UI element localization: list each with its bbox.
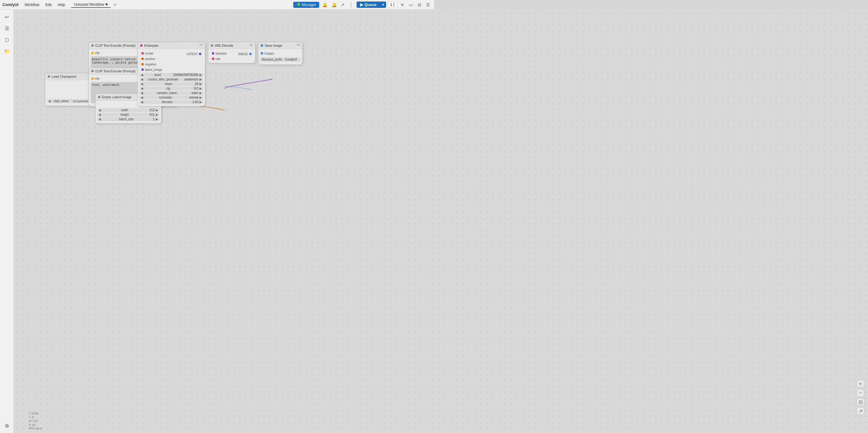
steps-value: 20 xyxy=(195,82,198,86)
input-vae: vae xyxy=(210,56,229,61)
sampler-next[interactable]: ▶ xyxy=(199,91,202,95)
seed-next[interactable]: ▶ xyxy=(199,73,202,76)
tab-label: Unsaved Workflow xyxy=(74,2,104,7)
menu-edit[interactable]: Edit xyxy=(43,2,54,7)
seed-param: ◀ seed 156680208700286 ▶ xyxy=(140,73,203,77)
share-icon[interactable]: ↗ xyxy=(340,2,346,8)
node-body: samples vae IMAGE xyxy=(208,49,255,63)
width-label: width xyxy=(101,109,148,112)
queue-dropdown[interactable]: ▾ xyxy=(380,1,386,8)
notification-icon-1[interactable]: 🔔 xyxy=(321,2,329,8)
menu-help[interactable]: Help xyxy=(55,2,67,7)
input-clip-port[interactable] xyxy=(91,78,94,80)
node-title: VAE Decode xyxy=(215,44,233,47)
node-title: Empty Latent Image xyxy=(102,95,131,99)
height-value: 512 xyxy=(150,113,155,116)
play-icon: ▶ xyxy=(360,2,363,7)
batch-next-arrow[interactable]: ▶ xyxy=(156,118,158,121)
node-ksampler: KSampler #3 model positive negative xyxy=(137,42,205,106)
scheduler-next[interactable]: ▶ xyxy=(199,96,202,99)
ctrl-prev[interactable]: ◀ xyxy=(141,78,143,81)
input-samples: samples xyxy=(210,51,229,56)
latent-port[interactable] xyxy=(141,68,144,71)
output-latent-port[interactable] xyxy=(199,53,201,55)
connections-overlay xyxy=(14,10,434,216)
cfg-prev[interactable]: ◀ xyxy=(141,87,143,90)
width-next-arrow[interactable]: ▶ xyxy=(156,109,158,112)
notification-icon-2[interactable]: 🔔 xyxy=(330,2,338,8)
scheduler-prev[interactable]: ◀ xyxy=(141,96,143,99)
sidebar-history-button[interactable]: ↩ xyxy=(2,12,12,22)
maximize-button[interactable]: ▭ xyxy=(407,2,414,8)
manager-button[interactable]: 🧩 Manager xyxy=(293,2,319,8)
height-param: ◀ height 512 ▶ xyxy=(97,113,159,117)
cfg-next[interactable]: ▶ xyxy=(199,87,202,90)
tab-unsaved-workflow[interactable]: Unsaved Workflow xyxy=(71,2,111,8)
height-prev-arrow[interactable]: ◀ xyxy=(98,113,101,116)
add-tab-button[interactable]: + xyxy=(112,2,118,7)
topbar: ComfyUI Workflow Edit Help Unsaved Workf… xyxy=(0,0,434,10)
node-body: model positive negative latent_image xyxy=(138,49,205,106)
width-value: 512 xyxy=(150,109,155,112)
input-clip-port[interactable] xyxy=(91,52,94,54)
batch-prev-arrow[interactable]: ◀ xyxy=(98,118,101,121)
sampler-prev[interactable]: ◀ xyxy=(141,91,143,95)
node-id: #8 xyxy=(250,43,253,47)
output-latent: LATENT xyxy=(184,51,204,57)
height-next-arrow[interactable]: ▶ xyxy=(156,113,158,116)
steps-next[interactable]: ▶ xyxy=(199,82,202,86)
menu-workflow[interactable]: Workflow xyxy=(22,2,41,7)
denoise-value: 1.00 xyxy=(193,100,198,104)
node-body: images filename_prefix ComfyUI xyxy=(258,49,302,64)
menu-lines-icon[interactable]: ☰ xyxy=(425,2,432,8)
input-images: images xyxy=(258,51,302,56)
node-save-image-header: Save Image #9 xyxy=(258,42,302,49)
node-title: KSampler xyxy=(144,44,158,47)
output-image-port[interactable] xyxy=(249,53,252,55)
filename-prefix-value[interactable]: ComfyUI xyxy=(284,58,298,61)
batch-label: batch_size xyxy=(101,118,152,121)
node-canvas[interactable]: Load Checkpoint #4 MODEL CLIP VAE ◀ ckpt… xyxy=(14,10,434,216)
tab-modified-dot xyxy=(105,3,107,5)
puzzle-icon: 🧩 xyxy=(296,3,301,7)
filename-prefix-key: filename_prefix xyxy=(261,58,283,61)
sidebar-queue-button[interactable]: ☰ xyxy=(2,24,12,33)
denoise-next[interactable]: ▶ xyxy=(199,100,202,104)
queue-button[interactable]: ▶ Queue xyxy=(356,1,380,8)
negative-port[interactable] xyxy=(141,63,144,65)
cfg-param: ◀ cfg 8.0 ▶ xyxy=(140,87,203,90)
model-port[interactable] xyxy=(141,52,144,55)
node-status-dot xyxy=(91,44,94,47)
width-prev-arrow[interactable]: ◀ xyxy=(98,109,101,112)
samples-port[interactable] xyxy=(212,52,214,55)
width-param: ◀ width 512 ▶ xyxy=(97,108,159,112)
ctrl-next[interactable]: ▶ xyxy=(199,78,202,81)
close-button[interactable]: ✕ xyxy=(399,2,406,8)
queue-count: 1 ▲ ▼ xyxy=(388,2,397,8)
ckpt-name-key: ckpt_name xyxy=(51,99,72,103)
images-port[interactable] xyxy=(261,52,263,55)
restore-button[interactable]: ⊟ xyxy=(416,2,423,8)
input-clip-label: clip xyxy=(95,51,99,55)
ctrl-value: randomize xyxy=(184,78,198,81)
steps-prev[interactable]: ◀ xyxy=(141,82,143,86)
denoise-prev[interactable]: ◀ xyxy=(141,100,143,104)
node-title: Save Image xyxy=(265,44,282,47)
sampler-param: ◀ sampler_name euler ▶ xyxy=(140,91,203,95)
node-status-dot xyxy=(91,70,94,72)
sampler-value: euler xyxy=(192,91,198,95)
more-menu-button[interactable]: ⋮ xyxy=(347,1,355,8)
steps-param: ◀ steps 20 ▶ xyxy=(140,82,203,86)
node-status-dot xyxy=(211,44,213,47)
cfg-value: 8.0 xyxy=(194,87,198,90)
vae-port[interactable] xyxy=(212,58,214,60)
node-status-dot xyxy=(140,44,143,47)
ckpt-prev-arrow[interactable]: ◀ xyxy=(48,99,51,103)
sidebar-files-button[interactable]: 📁 xyxy=(2,47,12,56)
positive-port[interactable] xyxy=(141,58,144,60)
node-id: #3 xyxy=(199,43,203,47)
sidebar-nodes-button[interactable]: ⬡ xyxy=(2,35,12,44)
queue-down-arrow[interactable]: ▼ xyxy=(393,5,395,7)
input-latent: latent_image xyxy=(139,67,164,72)
seed-prev[interactable]: ◀ xyxy=(141,73,143,76)
